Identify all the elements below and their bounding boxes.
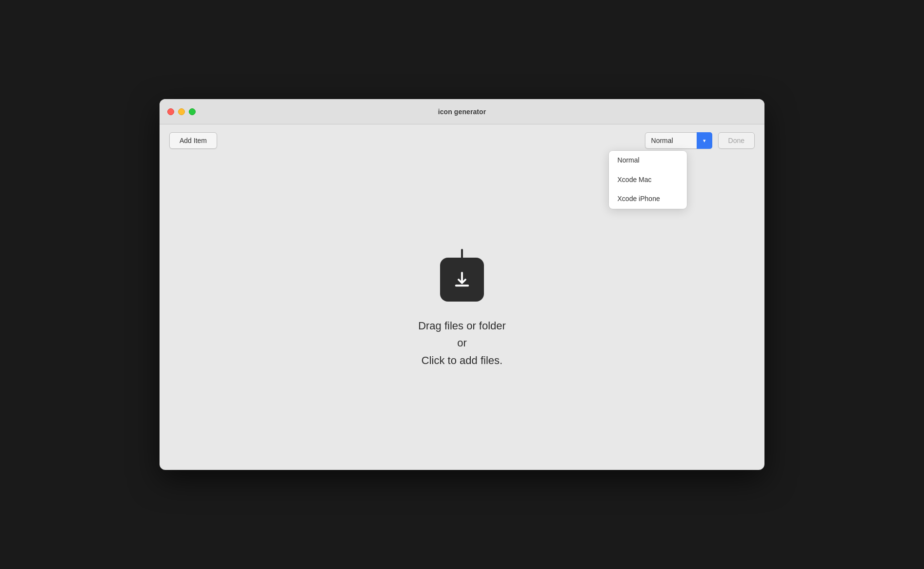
drop-text-line1: Drag files or folder bbox=[418, 317, 506, 334]
dropdown-item-xcode-mac[interactable]: Xcode Mac bbox=[609, 170, 687, 190]
done-button[interactable]: Done bbox=[718, 132, 755, 149]
download-icon bbox=[440, 258, 484, 302]
drop-text: Drag files or folder or Click to add fil… bbox=[418, 317, 506, 369]
window-title: icon generator bbox=[438, 108, 486, 116]
traffic-lights bbox=[167, 108, 196, 115]
drop-text-line2: or bbox=[418, 334, 506, 351]
mode-select[interactable]: Normal Xcode Mac Xcode iPhone bbox=[645, 132, 712, 149]
close-button[interactable] bbox=[167, 108, 174, 115]
mode-dropdown-menu: Normal Xcode Mac Xcode iPhone bbox=[609, 151, 687, 209]
toolbar-right: Normal Xcode Mac Xcode iPhone ▾ Normal X… bbox=[645, 132, 755, 149]
title-bar: icon generator bbox=[160, 99, 764, 124]
dropdown-item-normal[interactable]: Normal bbox=[609, 151, 687, 170]
maximize-button[interactable] bbox=[189, 108, 196, 115]
drop-text-line3: Click to add files. bbox=[418, 352, 506, 369]
dropdown-item-xcode-iphone[interactable]: Xcode iPhone bbox=[609, 189, 687, 209]
app-window: icon generator Add Item Normal Xcode Mac… bbox=[160, 99, 764, 470]
toolbar: Add Item Normal Xcode Mac Xcode iPhone ▾… bbox=[160, 124, 764, 157]
mode-select-wrapper: Normal Xcode Mac Xcode iPhone ▾ Normal X… bbox=[645, 132, 712, 149]
add-item-button[interactable]: Add Item bbox=[169, 132, 217, 149]
minimize-button[interactable] bbox=[178, 108, 185, 115]
